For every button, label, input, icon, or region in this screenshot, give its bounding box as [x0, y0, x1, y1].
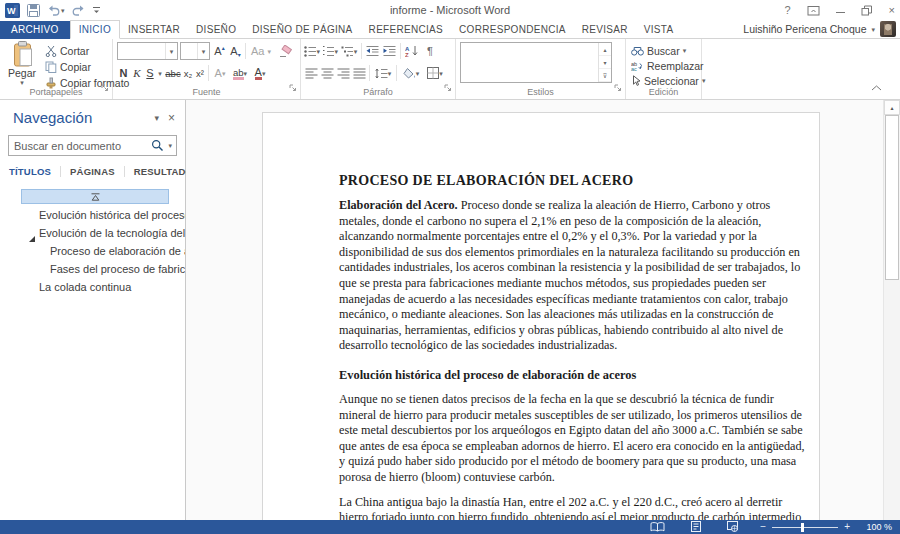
ribbon-display-options-button[interactable] — [807, 4, 820, 16]
collapse-ribbon-button[interactable] — [871, 77, 882, 95]
restore-button[interactable] — [861, 5, 873, 16]
clear-formatting-button[interactable] — [278, 42, 294, 60]
collapse-triangle-icon[interactable] — [28, 230, 35, 242]
tab-diseno-de-pagina[interactable]: DISEÑO DE PÁGINA — [244, 21, 360, 38]
nav-tab-paginas[interactable]: PÁGINAS — [61, 166, 125, 177]
scroll-up-icon[interactable]: ▴ — [884, 100, 900, 115]
close-button[interactable]: × — [889, 4, 895, 16]
search-dropdown-icon[interactable]: ▾ — [167, 142, 176, 149]
user-avatar[interactable] — [880, 21, 896, 37]
cut-button[interactable]: Cortar — [45, 43, 89, 58]
group-label-estilos: Estilos — [456, 87, 625, 97]
highlight-color-button[interactable]: ab▾ — [230, 64, 250, 82]
paste-dropdown-icon[interactable]: ▾ — [20, 79, 24, 86]
find-label: Buscar — [647, 45, 680, 57]
superscript-button[interactable]: x² — [193, 64, 207, 82]
font-name-dropdown-icon[interactable]: ▾ — [170, 48, 174, 55]
zoom-level[interactable]: 100 % — [860, 522, 892, 532]
group-parrafo: ▾ ▾ ▾ AZ ¶ — [301, 39, 456, 99]
redo-button[interactable] — [72, 4, 85, 16]
bold-button[interactable]: N — [117, 64, 130, 82]
styles-scroll-down-icon[interactable]: ▾ — [599, 56, 611, 69]
minimize-button[interactable] — [836, 7, 845, 13]
jump-to-top-icon — [91, 193, 100, 201]
nav-heading-item[interactable]: La colada continua — [0, 278, 185, 296]
parrafo-dialog-launcher[interactable] — [444, 78, 452, 96]
search-input[interactable]: Buscar en documento ▾ — [8, 135, 177, 156]
nav-heading-item[interactable]: Evolución histórica del proceso d... — [0, 206, 185, 224]
font-size-combo[interactable]: ▾ — [180, 42, 210, 60]
bullets-button[interactable]: ▾ — [304, 42, 320, 60]
borders-button[interactable]: ▾ — [424, 64, 446, 82]
zoom-slider-thumb[interactable] — [801, 523, 804, 532]
text-effects-button[interactable]: A▾ — [211, 64, 229, 82]
tab-insertar[interactable]: INSERTAR — [120, 21, 188, 38]
align-right-button[interactable] — [336, 64, 351, 82]
zoom-in-button[interactable]: + — [844, 522, 850, 532]
sort-button[interactable]: AZ — [404, 42, 420, 60]
portapapeles-dialog-launcher[interactable] — [101, 78, 109, 96]
tab-vista[interactable]: VISTA — [636, 21, 682, 38]
decrease-indent-button[interactable] — [365, 42, 380, 60]
grow-font-button[interactable]: A▴ — [212, 42, 227, 60]
tab-revisar[interactable]: REVISAR — [574, 21, 636, 38]
line-spacing-button[interactable]: ▾ — [373, 64, 393, 82]
navigation-close-icon[interactable]: × — [168, 111, 175, 125]
zoom-out-button[interactable]: − — [760, 522, 766, 532]
tab-archivo[interactable]: ARCHIVO — [0, 21, 70, 39]
user-dropdown-icon[interactable]: ▾ — [871, 26, 875, 33]
paste-button[interactable]: Pegar ▾ — [2, 41, 42, 86]
scrollbar-thumb[interactable] — [885, 115, 899, 280]
tab-diseno[interactable]: DISEÑO — [188, 21, 244, 38]
styles-more-icon[interactable]: ⊽ — [599, 69, 611, 82]
tab-referencias[interactable]: REFERENCIAS — [361, 21, 451, 38]
help-button[interactable]: ? — [784, 4, 790, 16]
zoom-slider[interactable] — [772, 523, 838, 532]
multilevel-list-button[interactable]: ▾ — [340, 42, 358, 60]
search-icon[interactable] — [148, 139, 167, 152]
increase-indent-button[interactable] — [382, 42, 397, 60]
nav-heading-item[interactable]: Fases del proceso de fabricaci... — [0, 260, 185, 278]
read-mode-icon[interactable] — [650, 518, 665, 534]
print-layout-icon[interactable] — [691, 518, 701, 534]
tab-inicio[interactable]: INICIO — [70, 20, 120, 39]
binoculars-icon — [631, 46, 644, 56]
save-button[interactable] — [27, 4, 40, 17]
font-color-button[interactable]: A▾ — [251, 64, 269, 82]
justify-button[interactable] — [352, 64, 367, 82]
styles-scroll-up-icon[interactable]: ▴ — [599, 43, 611, 56]
nav-heading-item[interactable]: Proceso de elaboración de ace... — [0, 242, 185, 260]
strikethrough-button[interactable]: abc — [163, 64, 183, 82]
user-account[interactable]: Luishiño Pericena Choque ▾ — [743, 21, 896, 37]
align-left-button[interactable] — [304, 64, 319, 82]
font-size-dropdown-icon[interactable]: ▾ — [202, 48, 206, 55]
nav-tab-titulos[interactable]: TÍTULOS — [9, 166, 61, 177]
align-right-icon — [337, 68, 350, 79]
web-layout-icon[interactable] — [727, 518, 738, 534]
italic-button[interactable]: K — [131, 64, 143, 82]
numbering-button[interactable]: ▾ — [322, 42, 338, 60]
vertical-scrollbar[interactable]: ▴ — [883, 100, 900, 520]
underline-button[interactable]: S — [144, 64, 156, 82]
undo-dropdown-icon[interactable]: ▾ — [61, 7, 65, 14]
select-button[interactable]: Seleccionar▾ — [631, 73, 705, 88]
navigation-options-icon[interactable]: ▾ — [154, 113, 159, 123]
font-name-combo[interactable]: ▾ — [117, 42, 178, 60]
change-case-button[interactable]: Aa ▾ — [248, 42, 274, 60]
undo-button[interactable]: ▾ — [47, 4, 65, 16]
shading-button[interactable]: ▾ — [400, 64, 422, 82]
qat-customize-button[interactable] — [92, 5, 101, 15]
replace-button[interactable]: abac Reemplazar — [631, 58, 704, 73]
shrink-font-button[interactable]: A▾ — [228, 42, 243, 60]
align-center-button[interactable] — [320, 64, 335, 82]
show-formatting-marks-button[interactable]: ¶ — [423, 42, 437, 60]
styles-gallery[interactable]: ▴ ▾ ⊽ — [460, 42, 612, 83]
tab-correspondencia[interactable]: CORRESPONDENCIA — [451, 21, 574, 38]
fuente-dialog-launcher[interactable] — [289, 78, 297, 96]
copy-button[interactable]: Copiar — [45, 59, 91, 74]
estilos-dialog-launcher[interactable] — [614, 78, 622, 96]
nav-heading-item[interactable]: Evolución de la tecnología del pr... — [0, 224, 185, 242]
document-page[interactable]: PROCESO DE ELABORACIÓN DEL ACERO Elabora… — [262, 112, 820, 520]
find-button[interactable]: Buscar▾ — [631, 43, 686, 58]
nav-heading-item-selected[interactable] — [21, 189, 169, 204]
